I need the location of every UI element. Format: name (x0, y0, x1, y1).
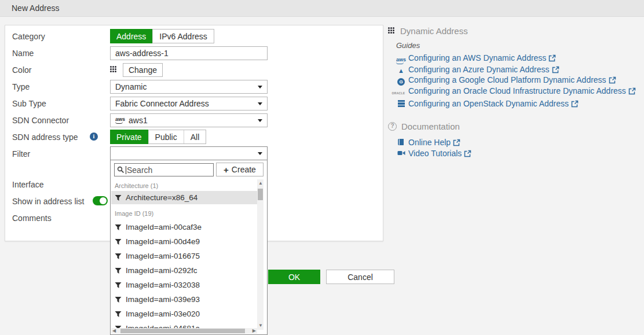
list-item[interactable]: ImageId=ami-00caf3e (111, 220, 257, 234)
show-in-address-list-label: Show in address list (12, 197, 85, 206)
category-address-button[interactable]: Address (110, 29, 152, 43)
color-swatch-icon (110, 66, 117, 73)
scrollbar-thumb[interactable] (120, 329, 245, 333)
guide-link-azure[interactable]: ▲Configuring an Azure Dynamic Address (396, 64, 641, 75)
category-button-group: Address IPv6 Address (110, 29, 214, 43)
video-tutorials-link[interactable]: Video Tutorials (396, 148, 641, 159)
scroll-down-icon[interactable]: ▼ (258, 323, 263, 328)
filter-icon (115, 224, 122, 231)
category-ipv6-address-button[interactable]: IPv6 Address (152, 30, 214, 43)
sdn-address-type-private-button[interactable]: Private (110, 130, 148, 144)
type-label: Type (12, 82, 30, 91)
scrollbar-thumb[interactable] (258, 189, 263, 200)
azure-icon: ▲ (396, 68, 406, 74)
guide-links: awsConfiguring an AWS Dynamic Address ▲C… (396, 53, 641, 109)
toggle-knob (100, 197, 107, 204)
external-link-icon (552, 66, 559, 73)
help-sidebar: Dynamic Address Guides awsConfiguring an… (388, 25, 641, 159)
show-in-address-list-toggle[interactable] (93, 196, 108, 205)
list-item[interactable]: ImageId=ami-03e020 (111, 307, 257, 321)
help-header: Dynamic Address (388, 25, 641, 36)
online-help-link[interactable]: Online Help (396, 137, 641, 148)
category-label: Category (12, 32, 45, 41)
book-icon (396, 138, 406, 148)
list-item[interactable]: ImageId=ami-039e93 (111, 293, 257, 306)
plus-icon: + (224, 165, 229, 175)
guide-link-google-cloud[interactable]: GConfiguring a Google Cloud Platform Dyn… (396, 75, 641, 86)
google-cloud-icon: G (396, 75, 406, 86)
list-item[interactable]: ImageId=ami-00d4e9 (111, 235, 257, 248)
search-input[interactable]: Search (114, 163, 214, 176)
chevron-down-icon (258, 102, 262, 105)
color-change-button[interactable]: Change (123, 63, 163, 77)
openstack-icon (396, 99, 406, 109)
documentation-header: ? Documentation (388, 121, 641, 131)
sub-type-label: Sub Type (12, 99, 46, 108)
filter-icon (115, 282, 122, 289)
guides-heading: Guides (396, 41, 641, 50)
sdn-connector-select-value: aws1 (129, 116, 148, 125)
name-input[interactable] (110, 46, 268, 60)
scroll-left-icon[interactable]: ◀ (112, 329, 116, 333)
comments-label: Comments (12, 213, 52, 223)
create-button-label: Create (232, 165, 256, 174)
guide-link-oracle-cloud[interactable]: ORACLEConfiguring an Oracle Cloud Infras… (396, 86, 641, 98)
filter-label: Filter (12, 149, 30, 159)
dynamic-address-icon (388, 27, 395, 34)
external-link-icon (453, 139, 460, 146)
list-item[interactable]: ImageId=ami-0292fc (111, 264, 257, 277)
chevron-down-icon (258, 152, 262, 155)
name-label: Name (12, 49, 34, 58)
video-icon (396, 149, 406, 159)
external-link-icon (571, 100, 579, 108)
filter-icon (115, 311, 122, 318)
filter-select[interactable] (110, 146, 268, 160)
filter-group-architecture: Architecture (1) (115, 182, 158, 189)
search-placeholder: Search (127, 165, 152, 175)
sdn-address-type-all-button[interactable]: All (184, 130, 206, 143)
type-select[interactable]: Dynamic (110, 80, 268, 94)
sdn-address-type-public-button[interactable]: Public (148, 130, 184, 143)
external-link-icon (628, 87, 636, 95)
ok-button[interactable]: OK (268, 270, 320, 284)
external-link-icon (464, 150, 471, 157)
cancel-button[interactable]: Cancel (326, 270, 394, 284)
sdn-connector-select[interactable]: aws aws1 (110, 113, 268, 127)
interface-label: Interface (12, 180, 43, 189)
type-select-value: Dynamic (115, 82, 147, 91)
question-circle-icon: ? (388, 122, 397, 131)
sdn-address-type-label: SDN address type (12, 132, 78, 142)
documentation-title: Documentation (401, 122, 460, 131)
sub-type-select-value: Fabric Connector Address (115, 99, 209, 108)
search-icon (117, 166, 125, 174)
list-item[interactable]: ImageId=ami-032038 (111, 278, 257, 292)
guide-link-aws[interactable]: awsConfiguring an AWS Dynamic Address (396, 53, 641, 64)
list-item-selected[interactable]: Architecture=x86_64 (111, 191, 257, 204)
vertical-scrollbar[interactable]: ▲ ▼ (257, 179, 264, 330)
new-address-page: New Address Category Name Color Type Sub… (0, 0, 644, 335)
create-button[interactable]: + Create (216, 163, 264, 176)
sdn-connector-label: SDN Connector (12, 116, 69, 125)
filter-group-image-id: Image ID (19) (115, 210, 153, 217)
page-title: New Address (12, 0, 59, 17)
info-icon[interactable]: i (90, 132, 98, 141)
aws-icon: aws (396, 53, 406, 64)
aws-logo-icon: aws (115, 117, 125, 124)
external-link-icon (609, 76, 616, 84)
guide-link-openstack[interactable]: Configuring an OpenStack Dynamic Address (396, 98, 641, 109)
text-cursor (126, 166, 126, 174)
scroll-right-icon[interactable]: ▶ (253, 329, 256, 333)
list-item[interactable]: ImageId=ami-016675 (111, 249, 257, 263)
documentation-links: Online Help Video Tutorials (396, 137, 641, 159)
sdn-address-type-button-group: Private Public All (110, 130, 206, 144)
sub-type-select[interactable]: Fabric Connector Address (110, 97, 268, 111)
external-link-icon (548, 54, 556, 62)
filter-icon (115, 253, 122, 260)
chevron-down-icon (258, 119, 262, 122)
oracle-cloud-icon: ORACLE (391, 88, 406, 98)
scroll-up-icon[interactable]: ▲ (258, 181, 263, 186)
horizontal-scrollbar[interactable]: ◀ ▶ (111, 328, 257, 334)
chevron-down-icon (258, 86, 262, 89)
filter-icon (115, 194, 122, 201)
filter-icon (115, 238, 122, 245)
